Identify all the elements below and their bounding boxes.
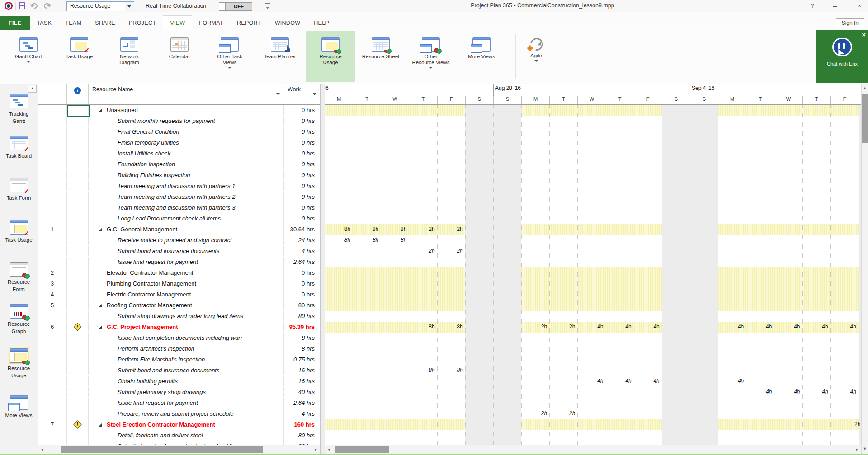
redo-icon[interactable] [42, 2, 52, 9]
resource-name-cell[interactable]: Unassigned [89, 105, 284, 115]
info-cell[interactable] [67, 246, 89, 256]
help-icon[interactable]: ? [807, 1, 817, 10]
info-cell[interactable] [67, 430, 89, 441]
table-row[interactable]: 2Elevator Contractor Management0 hrs [38, 267, 320, 279]
expand-triangle-icon[interactable] [99, 326, 102, 329]
hour-value-cell[interactable]: 4h [802, 322, 828, 333]
ribbon-button-gantt-chart[interactable]: Gantt Chart [4, 31, 53, 82]
work-cell[interactable]: 0 hrs [284, 170, 320, 180]
resource-name-column-header[interactable]: Resource Name [89, 84, 283, 104]
row-number-cell[interactable] [38, 192, 67, 202]
resource-name-cell[interactable]: Electric Contractor Management [89, 289, 284, 300]
timeline-row[interactable]: 2h2h [325, 408, 861, 420]
table-row[interactable]: Receive notice to proceed and sign contr… [38, 235, 320, 246]
info-cell[interactable] [67, 343, 89, 354]
scroll-right-icon[interactable]: ► [854, 446, 861, 453]
timeline-row[interactable]: 4h4h4h4h [325, 387, 861, 398]
tab-share[interactable]: SHARE [88, 16, 122, 30]
resource-name-cell[interactable]: Team meeting and discussion with partner… [89, 202, 284, 213]
resource-name-cell[interactable]: Submit bond and insurance documents [89, 365, 284, 375]
resource-name-cell[interactable]: Long Lead Procurement check all items [89, 213, 284, 224]
ribbon-options-icon[interactable] [265, 3, 270, 9]
timeline-row[interactable]: 2h2h [325, 246, 861, 257]
resource-name-cell[interactable]: Team meeting and discussion with partner… [89, 192, 284, 202]
tab-format[interactable]: FORMAT [192, 16, 230, 30]
expand-triangle-icon[interactable] [99, 304, 102, 307]
work-cell[interactable]: 8 hrs [284, 333, 320, 343]
timeline-row[interactable] [325, 333, 861, 344]
ribbon-button-other-resource-views[interactable]: OtherResource Views [406, 31, 456, 82]
sidebar-item-task-form[interactable]: ✓Task Form [0, 177, 38, 201]
hour-value-cell[interactable]: 2h [409, 224, 434, 235]
timeline-row[interactable] [325, 213, 861, 225]
table-row[interactable]: Submit bond and insurance documents16 hr… [38, 365, 320, 376]
work-cell[interactable]: 0 hrs [284, 202, 320, 213]
row-number-cell[interactable] [38, 441, 67, 445]
scroll-left-icon[interactable]: ◄ [325, 446, 332, 453]
hour-value-cell[interactable]: 4h [830, 322, 856, 333]
timeline-row[interactable] [325, 192, 861, 203]
table-row[interactable]: Detail, fabricate and deliver steel80 hr… [38, 430, 320, 441]
resource-name-cell[interactable]: Obtain building permits [89, 376, 284, 386]
info-cell[interactable] [67, 365, 89, 375]
timeline-row[interactable]: 2h [325, 419, 861, 431]
resource-name-cell[interactable]: Building Finishes inspection [89, 170, 284, 180]
timeline-row[interactable] [325, 300, 861, 311]
row-number-cell[interactable] [38, 213, 67, 224]
timeline-row[interactable] [325, 257, 861, 268]
work-cell[interactable]: 0 hrs [284, 278, 320, 289]
row-number-cell[interactable]: 1 [38, 224, 67, 235]
table-row[interactable]: Submit shop drawings and order long lead… [38, 311, 320, 322]
row-number-cell[interactable] [38, 116, 67, 126]
timeline-row[interactable] [325, 137, 861, 149]
timeline-row[interactable] [325, 441, 861, 445]
hour-value-cell[interactable]: 4h [577, 376, 603, 387]
table-row[interactable]: Submit shop drawings and order long lead… [38, 441, 320, 445]
work-cell[interactable]: 0 hrs [284, 181, 320, 191]
hour-value-cell[interactable]: 4h [577, 322, 603, 333]
hour-value-cell[interactable]: 2h [521, 322, 547, 333]
resource-name-cell[interactable]: Submit shop drawings and order long lead… [89, 441, 284, 445]
info-cell[interactable] [67, 137, 89, 148]
save-icon[interactable] [19, 2, 25, 9]
work-column-header[interactable]: Work [284, 84, 320, 104]
hour-value-cell[interactable]: 4h [774, 322, 800, 333]
ribbon-button-task-usage[interactable]: ✓Task Usage [54, 31, 104, 82]
view-selector-combobox[interactable]: Resource Usage [66, 1, 134, 11]
resource-name-cell[interactable]: Final General Condition [89, 127, 284, 137]
info-cell[interactable] [67, 398, 89, 408]
row-number-cell[interactable] [38, 170, 67, 180]
work-cell[interactable]: 95.39 hrs [284, 322, 320, 332]
sidebar-item-resource-usage[interactable]: ResourceUsage [0, 347, 38, 379]
close-icon[interactable]: × [854, 1, 864, 10]
hour-value-cell[interactable]: 4h [746, 322, 772, 333]
resource-name-cell[interactable]: Prepare, review and submit project sched… [89, 408, 284, 419]
work-cell[interactable]: 0 hrs [284, 267, 320, 278]
hour-value-cell[interactable]: 2h [549, 322, 575, 333]
info-cell[interactable] [67, 441, 89, 445]
table-row[interactable]: Final General Condition0 hrs [38, 127, 320, 138]
expand-triangle-icon[interactable] [99, 228, 102, 231]
timeline-horizontal-scrollbar[interactable]: ◄ ► [325, 445, 861, 454]
row-number-cell[interactable] [38, 376, 67, 386]
row-number-cell[interactable] [38, 387, 67, 397]
undo-icon[interactable] [30, 2, 39, 9]
info-cell[interactable] [67, 235, 89, 245]
timeline-row[interactable] [325, 127, 861, 138]
table-row[interactable]: Foundation inspection0 hrs [38, 159, 320, 170]
hour-value-cell[interactable]: 8h [325, 235, 350, 246]
table-row[interactable]: 7!Steel Erection Contractor Management16… [38, 419, 320, 431]
ribbon-button-resource-sheet[interactable]: Resource Sheet [356, 31, 406, 82]
row-number-cell[interactable] [38, 354, 67, 365]
work-cell[interactable]: 4 hrs [284, 246, 320, 256]
scroll-up-icon[interactable]: ▲ [862, 84, 868, 92]
table-row[interactable]: Perform Fire Marshal's inspection0.75 hr… [38, 354, 320, 366]
chevron-down-icon[interactable] [27, 61, 30, 63]
sidebar-item-resource-form[interactable]: ResourceForm [0, 261, 38, 292]
table-row[interactable]: Team meeting and discussion with partner… [38, 202, 320, 214]
work-cell[interactable]: 0 hrs [284, 127, 320, 137]
info-cell[interactable] [67, 116, 89, 126]
sidebar-item-task-usage[interactable]: ✓Task Usage [0, 219, 38, 243]
tab-report[interactable]: REPORT [230, 16, 268, 30]
work-cell[interactable]: 8 hrs [284, 343, 320, 354]
